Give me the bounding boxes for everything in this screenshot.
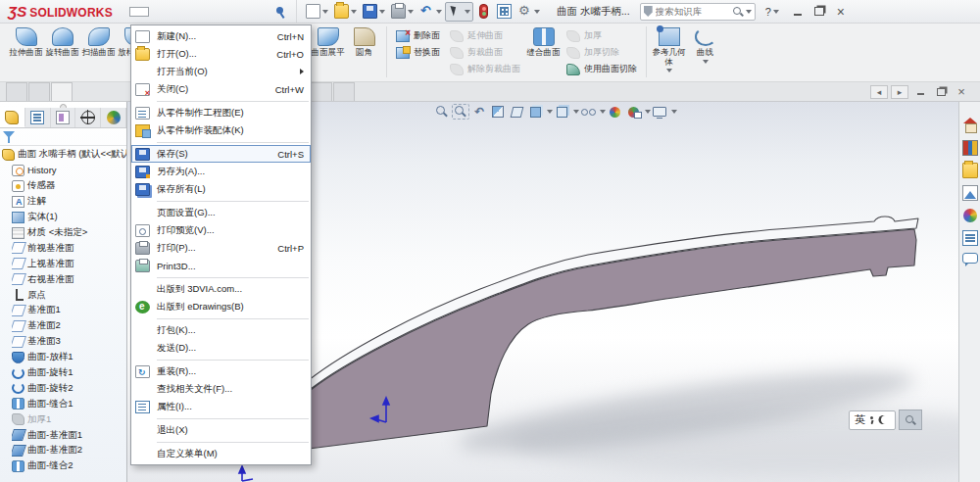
menu-item-reload[interactable]: 重装(R)... xyxy=(131,362,311,380)
search-input[interactable] xyxy=(656,6,732,17)
chevron-down-icon[interactable] xyxy=(671,110,677,114)
untrim-surface-button[interactable]: 解除剪裁曲面 xyxy=(445,61,525,77)
curves-button[interactable]: 曲线 xyxy=(687,24,723,80)
heads-up-icon[interactable] xyxy=(452,104,469,120)
save-button[interactable] xyxy=(360,2,388,22)
rebuild-button[interactable] xyxy=(473,2,494,22)
heads-up-icon[interactable] xyxy=(433,104,451,120)
panel-grip-handle[interactable] xyxy=(55,104,73,107)
menu-item-publish-3dvia[interactable]: 出版到 3DVIA.com... xyxy=(131,280,311,298)
chevron-down-icon[interactable] xyxy=(408,10,414,14)
options-button[interactable] xyxy=(514,2,543,22)
zoom-to-area-icon[interactable] xyxy=(452,104,470,120)
ime-punctuation-icon[interactable] xyxy=(869,415,877,425)
knit-surface-button[interactable]: 缝合曲面 xyxy=(525,24,562,80)
file-properties-button[interactable] xyxy=(494,2,514,22)
chevron-down-icon[interactable] xyxy=(322,10,328,14)
chevron-down-icon[interactable] xyxy=(703,60,709,64)
section-view-icon[interactable] xyxy=(489,104,508,120)
fillet-button[interactable]: 圆角 xyxy=(346,24,382,80)
menu-item-print3d[interactable]: Print3D... xyxy=(131,257,311,274)
displaymanager-tab[interactable] xyxy=(101,108,126,127)
heads-up-icon[interactable] xyxy=(606,104,623,120)
edit-appearance-icon[interactable] xyxy=(606,104,624,120)
menu-file[interactable] xyxy=(129,7,149,17)
menu-view[interactable] xyxy=(169,7,188,17)
heads-up-icon[interactable] xyxy=(489,104,507,120)
apply-scene-icon[interactable] xyxy=(624,104,651,120)
tab-solidworks-addins[interactable] xyxy=(311,82,332,101)
tree-item-surface-knit2[interactable]: 曲面-缝合2 xyxy=(12,458,126,474)
tree-item-origin[interactable]: 原点 xyxy=(12,287,126,303)
tree-item-surface-revolve1[interactable]: 曲面-旋转1 xyxy=(12,365,126,381)
heads-up-icon[interactable] xyxy=(651,104,668,120)
chevron-down-icon[interactable] xyxy=(666,69,672,72)
tree-item-sensors[interactable]: 传感器 xyxy=(12,178,126,194)
thickened-cut-button[interactable]: 加厚切除 xyxy=(562,44,642,61)
reference-geometry-button[interactable]: 参考几何体 xyxy=(651,24,687,80)
filter-icon[interactable] xyxy=(3,131,16,143)
heads-up-icon[interactable] xyxy=(526,104,544,120)
zoom-to-fit-icon[interactable] xyxy=(433,104,452,120)
close-button[interactable] xyxy=(830,3,852,21)
dimxpertmanager-tab[interactable] xyxy=(75,108,101,127)
taskpane-forum-icon[interactable] xyxy=(962,253,978,264)
thicken-button[interactable]: 加厚 xyxy=(562,27,642,44)
3d-drawing-view-icon[interactable] xyxy=(508,104,526,120)
tab-solidworks-mbd[interactable] xyxy=(333,82,355,101)
extruded-surface-button[interactable]: 拉伸曲面 xyxy=(8,24,44,80)
help-button[interactable]: ? xyxy=(765,6,779,18)
new-file-button[interactable] xyxy=(303,2,331,22)
menu-item-page-setup[interactable]: 页面设置(G)... xyxy=(131,204,311,221)
tree-item-surface-plane2[interactable]: 曲面-基准面2 xyxy=(12,443,126,458)
taskpane-view-palette-icon[interactable] xyxy=(962,185,978,201)
tree-item-history[interactable]: History xyxy=(12,163,126,178)
tree-item-surface-revolve2[interactable]: 曲面-旋转2 xyxy=(12,380,126,396)
chevron-down-icon[interactable] xyxy=(436,10,442,14)
view-settings-icon[interactable] xyxy=(651,104,677,120)
menu-item-exit[interactable]: 退出(X) xyxy=(131,421,311,439)
undo-button[interactable] xyxy=(416,2,445,22)
doc-minimize-button[interactable] xyxy=(911,85,929,99)
chevron-down-icon[interactable] xyxy=(379,10,385,14)
menu-help[interactable] xyxy=(247,7,267,17)
taskpane-file-explorer-icon[interactable] xyxy=(962,163,978,178)
search-icon[interactable] xyxy=(732,6,744,18)
tree-item-top-plane[interactable]: 上视基准面 xyxy=(12,256,126,271)
heads-up-icon[interactable] xyxy=(508,104,525,120)
extend-surface-button[interactable]: 延伸曲面 xyxy=(445,27,525,44)
tree-item-surface-knit1[interactable]: 曲面-缝合1 xyxy=(12,396,126,411)
taskpane-custom-properties-icon[interactable] xyxy=(962,230,978,246)
open-file-button[interactable] xyxy=(331,2,360,22)
delete-face-button[interactable]: 删除面 xyxy=(391,27,445,44)
doc-close-button[interactable] xyxy=(953,85,970,99)
chevron-down-icon[interactable] xyxy=(351,10,357,14)
tree-item-surface-plane1[interactable]: 曲面-基准面1 xyxy=(12,427,126,443)
revolved-surface-button[interactable]: 旋转曲面 xyxy=(44,24,80,80)
menu-item-print[interactable]: 打印(P)... Ctrl+P xyxy=(131,239,311,257)
tab-sketch[interactable] xyxy=(28,82,50,101)
tree-filter-row[interactable] xyxy=(0,128,126,146)
trim-surface-button[interactable]: 剪裁曲面 xyxy=(445,44,525,61)
display-style-icon[interactable] xyxy=(553,104,579,120)
tree-item-annotations[interactable]: 注解 xyxy=(12,194,126,210)
select-button[interactable] xyxy=(445,2,473,22)
menu-item-new[interactable]: 新建(N)... Ctrl+N xyxy=(131,27,311,45)
menu-item-properties[interactable]: 属性(I)... xyxy=(131,398,311,415)
tree-item-surface-loft1[interactable]: 曲面-放样1 xyxy=(12,350,126,365)
taskpane-appearances-icon[interactable] xyxy=(962,208,978,223)
menu-item-pack-and-go[interactable]: 打包(K)... xyxy=(131,321,311,339)
configurationmanager-tab[interactable] xyxy=(51,108,76,127)
menu-item-find-references[interactable]: 查找相关文件(F)... xyxy=(131,380,311,398)
swept-surface-button[interactable]: 扫描曲面 xyxy=(80,24,117,80)
pane-left-icon[interactable] xyxy=(870,85,888,99)
menu-item-print-preview[interactable]: 打印预览(V)... xyxy=(131,221,311,239)
ime-moon-icon[interactable] xyxy=(881,415,890,424)
menu-edit[interactable] xyxy=(149,7,169,17)
menu-item-customize-menu[interactable]: 自定义菜单(M) xyxy=(131,445,311,462)
replace-face-button[interactable]: 替换面 xyxy=(391,44,445,61)
menu-item-save-as[interactable]: 另存为(A)... xyxy=(131,163,311,180)
restore-button[interactable] xyxy=(808,3,830,21)
pin-icon[interactable] xyxy=(272,4,288,20)
tree-item-right-plane[interactable]: 右视基准面 xyxy=(12,271,126,287)
